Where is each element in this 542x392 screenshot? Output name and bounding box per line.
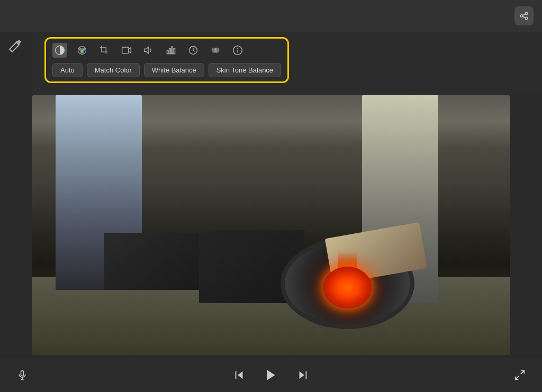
audio-icon[interactable]	[141, 43, 156, 58]
video-animation-icon[interactable]	[164, 43, 178, 58]
crop-icon[interactable]	[97, 43, 112, 58]
svg-rect-7	[167, 50, 169, 54]
skip-back-button[interactable]	[230, 366, 249, 385]
left-toolbar	[5, 37, 24, 56]
video-frame	[32, 95, 510, 355]
svg-marker-22	[267, 370, 275, 380]
toolbar-buttons-row: Auto Match Color White Balance Skin Tone…	[52, 63, 281, 77]
skin-tone-balance-button[interactable]: Skin Tone Balance	[209, 63, 281, 77]
bottom-left	[13, 366, 32, 385]
fullscreen-button[interactable]	[510, 366, 529, 385]
svg-rect-9	[171, 47, 173, 53]
info-icon[interactable]	[230, 43, 245, 58]
speed-icon[interactable]	[186, 43, 201, 58]
skip-forward-button[interactable]	[293, 366, 312, 385]
info-svg	[232, 45, 243, 56]
blend-mode-icon[interactable]	[208, 43, 223, 58]
svg-rect-8	[169, 49, 171, 54]
scene-block-1	[104, 233, 200, 290]
auto-button[interactable]: Auto	[52, 63, 83, 77]
scene-molten	[323, 267, 371, 308]
share-button[interactable]	[514, 6, 534, 25]
magic-wand-button[interactable]	[5, 37, 24, 56]
color-wheels-icon[interactable]	[75, 43, 89, 58]
share-icon	[519, 11, 529, 21]
playback-center	[230, 366, 312, 385]
svg-marker-6	[144, 47, 149, 53]
speed-svg	[188, 45, 198, 56]
match-color-button[interactable]: Match Color	[87, 63, 140, 77]
toolbar-panel: Auto Match Color White Balance Skin Tone…	[32, 32, 542, 95]
svg-marker-23	[300, 371, 304, 379]
white-balance-button[interactable]: White Balance	[144, 63, 204, 77]
video-effects-svg	[121, 45, 132, 56]
playback-controls	[0, 358, 542, 392]
video-animation-svg	[166, 45, 176, 56]
blend-mode-svg	[210, 45, 221, 56]
mic-icon	[17, 370, 28, 380]
svg-point-4	[80, 50, 84, 53]
color-correction-icon[interactable]	[52, 43, 67, 58]
toolbar-highlighted-box: Auto Match Color White Balance Skin Tone…	[44, 37, 289, 83]
color-wheels-svg	[77, 45, 87, 56]
color-correction-svg	[55, 45, 65, 56]
svg-line-25	[521, 370, 524, 373]
play-button[interactable]	[261, 366, 281, 385]
video-effects-icon[interactable]	[119, 43, 134, 58]
svg-rect-5	[122, 47, 129, 53]
svg-marker-20	[238, 371, 242, 379]
crop-svg	[99, 45, 110, 56]
top-bar	[0, 0, 542, 32]
bottom-right	[510, 366, 529, 385]
toolbar-icons-row	[52, 43, 281, 58]
video-player	[32, 95, 510, 355]
svg-rect-10	[174, 49, 175, 54]
mic-button[interactable]	[13, 366, 32, 385]
skip-forward-icon	[297, 369, 309, 381]
svg-point-13	[214, 48, 220, 53]
svg-line-26	[516, 376, 519, 379]
svg-rect-17	[21, 370, 24, 376]
play-icon	[264, 368, 278, 382]
wand-icon	[8, 40, 21, 53]
skip-back-icon	[233, 369, 245, 381]
audio-svg	[143, 45, 154, 56]
fullscreen-icon	[514, 369, 526, 381]
